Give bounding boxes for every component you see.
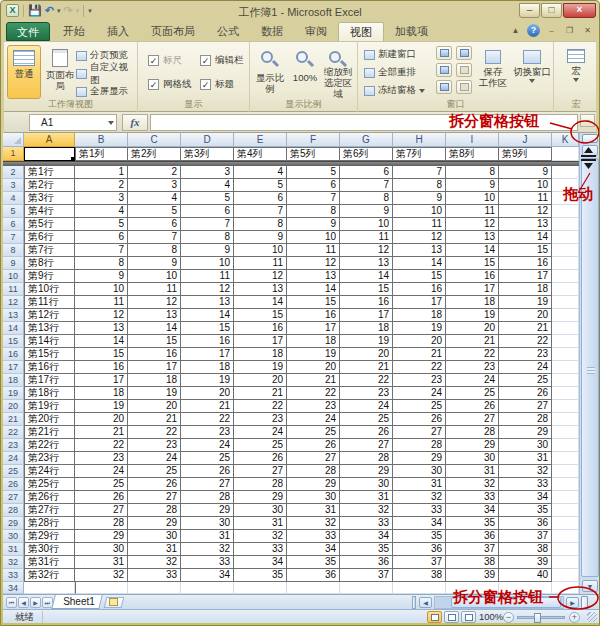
cell-G11[interactable]: 15 (340, 283, 393, 296)
cell-A9[interactable]: 第8行 (24, 257, 75, 270)
cell-H1[interactable]: 第7列 (393, 147, 446, 161)
cell-D12[interactable]: 13 (181, 296, 234, 309)
cell-H26[interactable]: 31 (393, 478, 446, 491)
cell-H4[interactable]: 9 (393, 192, 446, 205)
cell-F28[interactable]: 31 (287, 504, 340, 517)
cell-B18[interactable]: 17 (75, 374, 128, 387)
macros-button[interactable]: 宏 (559, 45, 593, 99)
column-header-H[interactable]: H (393, 133, 446, 147)
cell-I18[interactable]: 24 (446, 374, 499, 387)
cell-F3[interactable]: 6 (287, 179, 340, 192)
tab-页面布局[interactable]: 页面布局 (140, 22, 206, 41)
cell-A7[interactable]: 第6行 (24, 231, 75, 244)
cell-G1[interactable]: 第6列 (340, 147, 393, 161)
cell-A4[interactable]: 第3行 (24, 192, 75, 205)
cell-I4[interactable]: 10 (446, 192, 499, 205)
cell-B33[interactable]: 32 (75, 569, 128, 582)
cell-J1[interactable]: 第9列 (499, 147, 552, 161)
cell-C5[interactable]: 5 (128, 205, 181, 218)
cell-J13[interactable]: 20 (499, 309, 552, 322)
cell-F2[interactable]: 5 (287, 166, 340, 179)
cell-H32[interactable]: 37 (393, 556, 446, 569)
cell-F12[interactable]: 15 (287, 296, 340, 309)
cell-E29[interactable]: 31 (234, 517, 287, 530)
horizontal-split-box-button[interactable] (581, 596, 588, 609)
cell-D19[interactable]: 20 (181, 387, 234, 400)
column-header-I[interactable]: I (446, 133, 499, 147)
row-header-10[interactable]: 10 (3, 270, 24, 283)
cell-D4[interactable]: 5 (181, 192, 234, 205)
cell-I24[interactable]: 30 (446, 452, 499, 465)
cell-H19[interactable]: 24 (393, 387, 446, 400)
tab-视图[interactable]: 视图 (338, 22, 384, 41)
cell-E15[interactable]: 17 (234, 335, 287, 348)
cell-A8[interactable]: 第7行 (24, 244, 75, 257)
cell-J2[interactable]: 9 (499, 166, 552, 179)
cell-D22[interactable]: 23 (181, 426, 234, 439)
cell-D6[interactable]: 7 (181, 218, 234, 231)
cell-K8[interactable] (552, 244, 579, 257)
cell-J10[interactable]: 17 (499, 270, 552, 283)
cell-E19[interactable]: 21 (234, 387, 287, 400)
scroll-up-icon[interactable]: ▲ (582, 145, 598, 156)
cell-J30[interactable]: 37 (499, 530, 552, 543)
row-header-30[interactable]: 30 (3, 530, 24, 543)
cell-E13[interactable]: 15 (234, 309, 287, 322)
cell-K17[interactable] (552, 361, 579, 374)
cell-K18[interactable] (552, 374, 579, 387)
row-header-21[interactable]: 21 (3, 413, 24, 426)
row-header-26[interactable]: 26 (3, 478, 24, 491)
cell-B20[interactable]: 19 (75, 400, 128, 413)
cell-J17[interactable]: 24 (499, 361, 552, 374)
cell-H22[interactable]: 27 (393, 426, 446, 439)
cell-A34[interactable] (24, 582, 75, 594)
cell-G3[interactable]: 7 (340, 179, 393, 192)
cell-G17[interactable]: 21 (340, 361, 393, 374)
cell-I23[interactable]: 29 (446, 439, 499, 452)
cell-A15[interactable]: 第14行 (24, 335, 75, 348)
workbook-restore-icon[interactable]: ❐ (563, 25, 576, 37)
cell-B23[interactable]: 22 (75, 439, 128, 452)
cell-I31[interactable]: 37 (446, 543, 499, 556)
name-box[interactable]: A1 (29, 114, 117, 131)
row-header-18[interactable]: 18 (3, 374, 24, 387)
cell-J31[interactable]: 38 (499, 543, 552, 556)
cell-D10[interactable]: 11 (181, 270, 234, 283)
cell-K10[interactable] (552, 270, 579, 283)
page-layout-view-button[interactable]: 页面布局 (42, 45, 78, 99)
cell-G7[interactable]: 11 (340, 231, 393, 244)
cell-C24[interactable]: 24 (128, 452, 181, 465)
cell-A26[interactable]: 第25行 (24, 478, 75, 491)
cell-G8[interactable]: 12 (340, 244, 393, 257)
cell-I9[interactable]: 15 (446, 257, 499, 270)
cell-J7[interactable]: 14 (499, 231, 552, 244)
cell-D7[interactable]: 8 (181, 231, 234, 244)
cell-E10[interactable]: 12 (234, 270, 287, 283)
column-header-C[interactable]: C (128, 133, 181, 147)
cell-J23[interactable]: 30 (499, 439, 552, 452)
cell-I10[interactable]: 16 (446, 270, 499, 283)
cell-C28[interactable]: 28 (128, 504, 181, 517)
cell-I28[interactable]: 34 (446, 504, 499, 517)
sheet-tab-label[interactable]: Sheet1 (57, 596, 101, 607)
cell-F27[interactable]: 30 (287, 491, 340, 504)
cell-G34[interactable] (340, 582, 393, 594)
cell-G4[interactable]: 8 (340, 192, 393, 205)
tab-加载项[interactable]: 加载项 (384, 22, 439, 41)
cell-G16[interactable]: 20 (340, 348, 393, 361)
cell-A13[interactable]: 第12行 (24, 309, 75, 322)
cell-B4[interactable]: 3 (75, 192, 128, 205)
cell-H15[interactable]: 20 (393, 335, 446, 348)
cell-D21[interactable]: 22 (181, 413, 234, 426)
cell-J20[interactable]: 27 (499, 400, 552, 413)
cell-E22[interactable]: 24 (234, 426, 287, 439)
cell-E18[interactable]: 20 (234, 374, 287, 387)
cell-J22[interactable]: 29 (499, 426, 552, 439)
row-header-12[interactable]: 12 (3, 296, 24, 309)
cell-D17[interactable]: 18 (181, 361, 234, 374)
cell-G14[interactable]: 18 (340, 322, 393, 335)
cell-I26[interactable]: 32 (446, 478, 499, 491)
cell-F6[interactable]: 9 (287, 218, 340, 231)
row-header-9[interactable]: 9 (3, 257, 24, 270)
row-header-31[interactable]: 31 (3, 543, 24, 556)
